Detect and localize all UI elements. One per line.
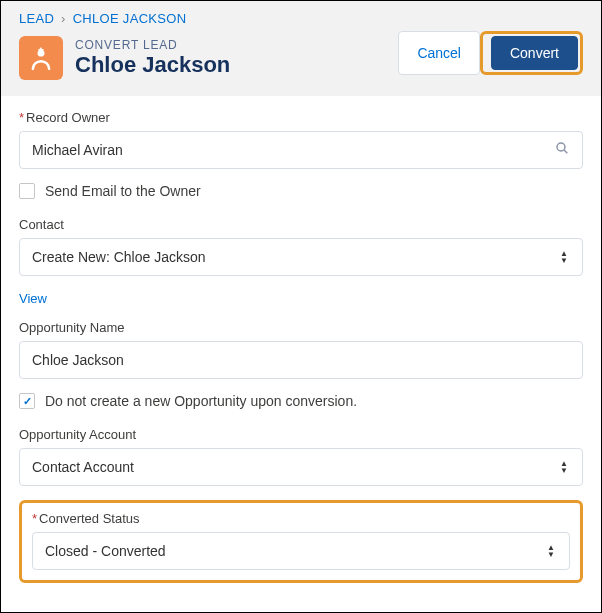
record-owner-value: Michael Aviran — [32, 142, 123, 158]
opportunity-account-label: Opportunity Account — [19, 427, 583, 442]
breadcrumb: LEAD › CHLOE JACKSON — [19, 11, 583, 26]
contact-value: Create New: Chloe Jackson — [32, 249, 206, 265]
search-icon — [554, 140, 570, 160]
stepper-icon: ▲▼ — [547, 544, 555, 558]
contact-select[interactable]: Create New: Chloe Jackson ▲▼ — [19, 238, 583, 276]
breadcrumb-root[interactable]: LEAD — [19, 11, 54, 26]
stepper-icon: ▲▼ — [560, 460, 568, 474]
stepper-icon: ▲▼ — [560, 250, 568, 264]
no-opportunity-label: Do not create a new Opportunity upon con… — [45, 393, 357, 409]
breadcrumb-separator: › — [61, 11, 66, 26]
record-owner-label: *Record Owner — [19, 110, 583, 125]
contact-label: Contact — [19, 217, 583, 232]
converted-status-value: Closed - Converted — [45, 543, 166, 559]
modal-header: LEAD › CHLOE JACKSON CONVERT LEAD Chloe … — [1, 1, 601, 96]
converted-status-select[interactable]: Closed - Converted ▲▼ — [32, 532, 570, 570]
breadcrumb-current[interactable]: CHLOE JACKSON — [73, 11, 187, 26]
send-email-label: Send Email to the Owner — [45, 183, 201, 199]
convert-highlight: Convert — [480, 31, 583, 75]
converted-status-label: *Converted Status — [32, 511, 570, 526]
opportunity-name-label: Opportunity Name — [19, 320, 583, 335]
lead-icon — [19, 36, 63, 80]
opportunity-name-input[interactable]: Chloe Jackson — [19, 341, 583, 379]
view-link[interactable]: View — [19, 291, 47, 306]
opportunity-name-value: Chloe Jackson — [32, 352, 124, 368]
opportunity-account-select[interactable]: Contact Account ▲▼ — [19, 448, 583, 486]
convert-button[interactable]: Convert — [491, 36, 578, 70]
opportunity-account-value: Contact Account — [32, 459, 134, 475]
send-email-checkbox[interactable] — [19, 183, 35, 199]
svg-point-1 — [557, 143, 565, 151]
cancel-button[interactable]: Cancel — [398, 31, 480, 75]
svg-line-2 — [564, 150, 567, 153]
record-owner-lookup[interactable]: Michael Aviran — [19, 131, 583, 169]
no-opportunity-checkbox[interactable] — [19, 393, 35, 409]
converted-status-highlight: *Converted Status Closed - Converted ▲▼ — [19, 500, 583, 583]
